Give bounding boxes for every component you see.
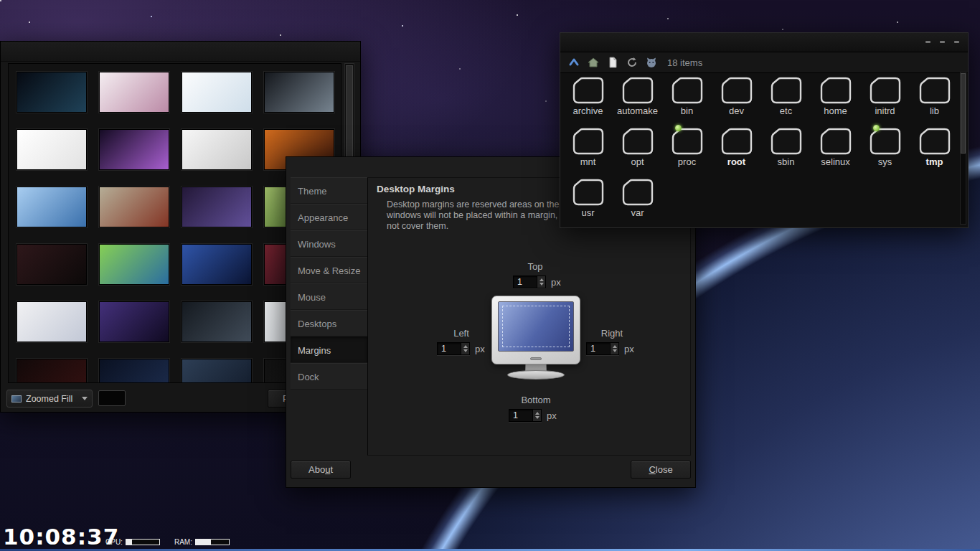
spin-down-icon[interactable] — [463, 349, 468, 352]
folder-name: bin — [662, 105, 712, 116]
close-window-button[interactable] — [954, 41, 959, 43]
spin-down-icon[interactable] — [613, 349, 617, 352]
spin-down-icon[interactable] — [535, 416, 540, 419]
folder-icon — [819, 76, 852, 105]
spin-up-icon[interactable] — [535, 412, 540, 415]
wallpaper-thumbnail[interactable] — [17, 187, 87, 227]
spin-up-icon[interactable] — [540, 278, 544, 281]
margin-left-spinner[interactable] — [461, 343, 469, 354]
folder-name: sys — [860, 156, 910, 167]
margin-right-input[interactable]: 1 — [586, 342, 619, 355]
wallpaper-thumbnail[interactable] — [17, 72, 87, 113]
wallpaper-thumbnail[interactable] — [99, 187, 169, 227]
wallpaper-thumbnail[interactable] — [182, 72, 252, 113]
folder-name: home — [811, 105, 860, 116]
wallpaper-thumbnail[interactable] — [99, 301, 169, 342]
wallpaper-thumbnail[interactable] — [99, 129, 169, 170]
margin-right-spinner[interactable] — [610, 343, 618, 354]
file-item-archive[interactable]: archive — [563, 75, 613, 126]
file-manager-scrollbar[interactable] — [960, 72, 966, 225]
folder-icon — [621, 127, 654, 156]
margin-bottom-value[interactable]: 1 — [509, 410, 532, 421]
sidebar-item-margins[interactable]: Margins — [291, 336, 367, 363]
sidebar-item-move-resize[interactable]: Move & Resize — [291, 257, 367, 283]
wallpaper-thumbnail[interactable] — [17, 244, 87, 285]
file-manager-scrollbar-thumb[interactable] — [961, 73, 966, 154]
sidebar-item-windows[interactable]: Windows — [291, 230, 367, 257]
margin-bottom-input[interactable]: 1 — [509, 409, 542, 422]
file-item-initrd[interactable]: initrd — [860, 75, 910, 126]
folder-icon — [572, 127, 605, 156]
margin-bottom-spinner[interactable] — [532, 410, 541, 421]
refresh-icon[interactable] — [626, 56, 639, 69]
margin-left-input[interactable]: 1 — [437, 342, 470, 355]
wallpaper-thumbnail[interactable] — [182, 244, 252, 285]
wallpaper-thumbnail[interactable] — [17, 301, 87, 342]
sidebar-item-dock[interactable]: Dock — [291, 363, 367, 390]
margin-top-input[interactable]: 1 — [513, 276, 546, 288]
file-item-automake[interactable]: automake — [613, 75, 662, 126]
maximize-button[interactable] — [940, 41, 945, 43]
minimize-button[interactable] — [925, 41, 930, 43]
wallpaper-mode-dropdown[interactable]: Zoomed Fill — [6, 390, 93, 408]
margin-left-value[interactable]: 1 — [438, 343, 461, 354]
file-item-usr[interactable]: usr — [563, 176, 613, 227]
wallpaper-thumbnail[interactable] — [182, 359, 252, 383]
file-item-dev[interactable]: dev — [712, 75, 761, 126]
wallpaper-thumbnail[interactable] — [99, 72, 169, 113]
wallpaper-thumbnail[interactable] — [264, 72, 334, 113]
margin-right-value[interactable]: 1 — [587, 343, 610, 354]
wallpaper-thumbnail[interactable] — [17, 129, 87, 170]
wallpaper-window-titlebar[interactable] — [1, 42, 360, 62]
file-item-bin[interactable]: bin — [662, 75, 712, 126]
chevron-down-icon — [82, 397, 88, 400]
file-item-selinux[interactable]: selinux — [811, 126, 860, 176]
file-item-etc[interactable]: etc — [761, 75, 811, 126]
about-button[interactable]: About — [291, 461, 351, 479]
folder-icon — [572, 178, 605, 207]
ram-meter-fill — [196, 540, 211, 545]
file-item-root[interactable]: root — [712, 126, 761, 176]
file-item-mnt[interactable]: mnt — [563, 126, 613, 176]
document-icon[interactable] — [606, 56, 619, 69]
file-manager-titlebar[interactable] — [560, 33, 968, 52]
margin-left-unit: px — [475, 344, 485, 354]
up-icon[interactable] — [567, 56, 580, 69]
sidebar-item-mouse[interactable]: Mouse — [291, 283, 367, 310]
folder-grid: archiveautomakebindevetchomeinitrdlibmnt… — [563, 75, 959, 227]
settings-sidebar: ThemeAppearanceWindowsMove & ResizeMouse… — [291, 177, 367, 390]
wallpaper-thumbnail[interactable] — [182, 187, 252, 227]
spin-up-icon[interactable] — [463, 345, 468, 348]
file-item-opt[interactable]: opt — [613, 126, 662, 176]
cpu-label: CPU: — [105, 538, 123, 546]
app-icon[interactable] — [645, 56, 658, 69]
file-item-sys[interactable]: sys — [860, 126, 910, 176]
close-button[interactable]: Close — [631, 461, 691, 479]
margin-top-spinner[interactable] — [537, 276, 545, 288]
home-icon[interactable] — [587, 56, 600, 69]
items-count: 18 items — [667, 57, 702, 68]
wallpaper-thumbnail[interactable] — [99, 359, 169, 383]
file-item-tmp[interactable]: tmp — [910, 126, 959, 176]
wallpaper-thumbnail[interactable] — [182, 129, 252, 170]
folder-icon — [770, 127, 803, 156]
file-item-proc[interactable]: proc — [662, 126, 712, 176]
wallpaper-thumbnail[interactable] — [182, 301, 252, 342]
sidebar-item-appearance[interactable]: Appearance — [291, 204, 367, 230]
file-item-home[interactable]: home — [811, 75, 860, 126]
wallpaper-thumbnail[interactable] — [99, 244, 169, 285]
wallpaper-thumbnail[interactable] — [17, 359, 87, 383]
folder-name: initrd — [860, 105, 910, 116]
file-item-sbin[interactable]: sbin — [761, 126, 811, 176]
spin-up-icon[interactable] — [613, 345, 617, 348]
file-item-var[interactable]: var — [613, 176, 662, 227]
sidebar-item-theme[interactable]: Theme — [291, 177, 367, 204]
sidebar-item-desktops[interactable]: Desktops — [291, 310, 367, 336]
folder-icon — [918, 76, 951, 105]
spin-down-icon[interactable] — [540, 283, 544, 286]
file-item-lib[interactable]: lib — [910, 75, 959, 126]
background-color-button[interactable] — [98, 390, 126, 406]
margin-top-value[interactable]: 1 — [514, 276, 537, 288]
margin-right-group: 1 px — [586, 342, 634, 355]
monitor-margin-guides — [502, 306, 570, 347]
